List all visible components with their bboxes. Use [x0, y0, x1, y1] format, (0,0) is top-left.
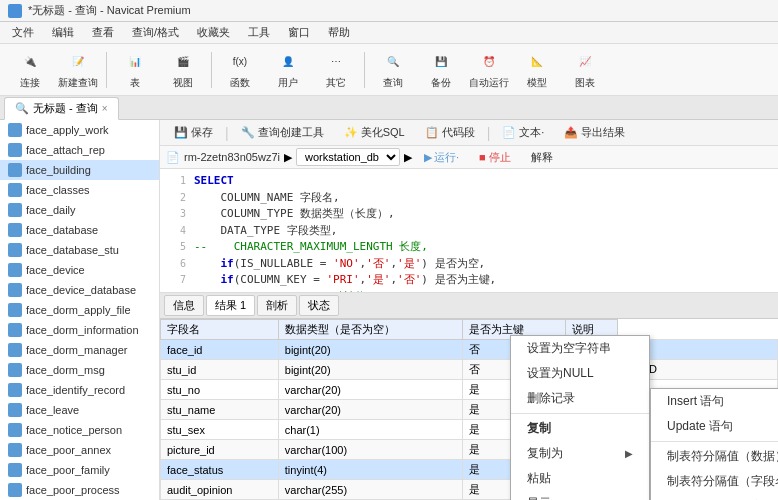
sidebar-item-face_attach_rep[interactable]: face_attach_rep [0, 140, 159, 160]
table-row[interactable]: face_idbigint(20)否是ID [161, 340, 778, 360]
toolbar-btn-chart[interactable]: 📈图表 [563, 48, 607, 92]
submenu-item-制表符分隔值（字段名和数据）[interactable]: 制表符分隔值（字段名和数据） [651, 494, 778, 500]
code-line: 1SELECT [164, 173, 774, 190]
table-icon [8, 283, 22, 297]
submenu-item-制表符分隔值（数据）[interactable]: 制表符分隔值（数据） [651, 444, 778, 469]
table-icon [8, 163, 22, 177]
sidebar-item-face_dorm_apply_file[interactable]: face_dorm_apply_file [0, 300, 159, 320]
sidebar-item-face_apply_work[interactable]: face_apply_work [0, 120, 159, 140]
menu-item-查询/格式[interactable]: 查询/格式 [124, 23, 187, 42]
submenu-item-Update-语句[interactable]: Update 语句 [651, 414, 778, 439]
table-icon [8, 443, 22, 457]
toolbar-btn-other[interactable]: ⋯其它 [314, 48, 358, 92]
func-icon: f(x) [228, 50, 252, 74]
context-menu-item-删除记录[interactable]: 删除记录 [511, 386, 649, 411]
tab-label: 无标题 - 查询 [33, 101, 98, 116]
context-menu-item-复制[interactable]: 复制 [511, 416, 649, 441]
code-snippet-button[interactable]: 📋 代码段 [417, 123, 483, 142]
toolbar-btn-table[interactable]: 📊表 [113, 48, 157, 92]
results-tab-信息[interactable]: 信息 [164, 295, 204, 316]
text-button[interactable]: 📄 文本· [494, 123, 552, 142]
sidebar-item-face_identify_record[interactable]: face_identify_record [0, 380, 159, 400]
table-icon [8, 143, 22, 157]
newquery-icon: 📝 [66, 50, 90, 74]
context-menu-item-粘贴[interactable]: 粘贴 [511, 466, 649, 491]
model-icon: 📐 [525, 50, 549, 74]
toolbar-btn-auto[interactable]: ⏰自动运行 [467, 48, 511, 92]
sidebar-item-face_dorm_msg[interactable]: face_dorm_msg [0, 360, 159, 380]
chart-icon: 📈 [573, 50, 597, 74]
menu-bar: // Will be populated from data 文件编辑查看查询/… [0, 22, 778, 44]
results-tab-状态[interactable]: 状态 [299, 295, 339, 316]
toolbar-btn-new-query[interactable]: 📝新建查询 [56, 48, 100, 92]
table-icon [8, 423, 22, 437]
table-icon [8, 463, 22, 477]
menu-item-查看[interactable]: 查看 [84, 23, 122, 42]
toolbar-btn-func[interactable]: f(x)函数 [218, 48, 262, 92]
code-editor[interactable]: 1SELECT2 COLUMN_NAME 字段名,3 COLUMN_TYPE 数… [160, 169, 778, 292]
submenu-separator [651, 441, 778, 442]
toolbar-btn-backup[interactable]: 💾备份 [419, 48, 463, 92]
toolbar-btn-video[interactable]: 🎬视图 [161, 48, 205, 92]
toolbar-btn-user[interactable]: 👤用户 [266, 48, 310, 92]
table-icon [8, 223, 22, 237]
table-row[interactable]: stu_idbigint(20)否否学生ID [161, 360, 778, 380]
results-tab-剖析[interactable]: 剖析 [257, 295, 297, 316]
toolbar-separator [106, 52, 107, 88]
sidebar-item-face_notice_person[interactable]: face_notice_person [0, 420, 159, 440]
menu-item-窗口[interactable]: 窗口 [280, 23, 318, 42]
run-button[interactable]: ▶ 运行· [416, 149, 467, 166]
code-line: 2 COLUMN_NAME 字段名, [164, 190, 774, 207]
sidebar-item-face_building[interactable]: face_building [0, 160, 159, 180]
context-menu-item-设置为空字符串[interactable]: 设置为空字符串 [511, 336, 649, 361]
context-menu-item-设置为NULL[interactable]: 设置为NULL [511, 361, 649, 386]
sidebar-item-face_dorm_information[interactable]: face_dorm_information [0, 320, 159, 340]
sidebar-item-face_daily[interactable]: face_daily [0, 200, 159, 220]
menu-item-文件[interactable]: 文件 [4, 23, 42, 42]
toolbar-btn-model[interactable]: 📐模型 [515, 48, 559, 92]
context-menu-item-显示[interactable]: 显示▶ [511, 491, 649, 500]
table-icon [8, 323, 22, 337]
context-menu-separator [511, 413, 649, 414]
backup-icon: 💾 [429, 50, 453, 74]
toolbar-btn-query[interactable]: 🔍查询 [371, 48, 415, 92]
beautify-button[interactable]: ✨ 美化SQL [336, 123, 413, 142]
title-text: *无标题 - 查询 - Navicat Premium [28, 3, 191, 18]
query-info-bar: 📄 rm-2zetn83n05wz7i ▶ workstation_db ▶ ▶… [160, 146, 778, 169]
sidebar-item-face_database_stu[interactable]: face_database_stu [0, 240, 159, 260]
sidebar-item-face_device_database[interactable]: face_device_database [0, 280, 159, 300]
sidebar-item-face_poor_annex[interactable]: face_poor_annex [0, 440, 159, 460]
query-builder-button[interactable]: 🔧 查询创建工具 [233, 123, 332, 142]
sidebar-item-face_poor_process[interactable]: face_poor_process [0, 480, 159, 500]
sidebar-item-face_device[interactable]: face_device [0, 260, 159, 280]
toolbar-btn-connect[interactable]: 🔌连接 [8, 48, 52, 92]
menu-item-工具[interactable]: 工具 [240, 23, 278, 42]
menu-item-收藏夹[interactable]: 收藏夹 [189, 23, 238, 42]
table-icon [8, 123, 22, 137]
export-button[interactable]: 📤 导出结果 [556, 123, 633, 142]
video-icon: 🎬 [171, 50, 195, 74]
explain-button[interactable]: 解释 [523, 149, 561, 166]
submenu-item-制表符分隔值（字段名）[interactable]: 制表符分隔值（字段名） [651, 469, 778, 494]
table-header: 字段名数据类型（是否为空）是否为主键说明 [161, 320, 778, 340]
sidebar-item-face_leave[interactable]: face_leave [0, 400, 159, 420]
db-selector[interactable]: workstation_db [296, 148, 400, 166]
tab-bar: 🔍 无标题 - 查询 × [0, 96, 778, 120]
tab-close[interactable]: × [102, 103, 108, 114]
sidebar-item-face_database[interactable]: face_database [0, 220, 159, 240]
submenu-item-Insert-语句[interactable]: Insert 语句 [651, 389, 778, 414]
query-toolbar: 💾 保存 | 🔧 查询创建工具 ✨ 美化SQL 📋 代码段 | 📄 文本· [160, 120, 778, 146]
user-icon: 👤 [276, 50, 300, 74]
sidebar-item-face_poor_family[interactable]: face_poor_family [0, 460, 159, 480]
sidebar-item-face_dorm_manager[interactable]: face_dorm_manager [0, 340, 159, 360]
code-line: 3 COLUMN_TYPE 数据类型（长度）, [164, 206, 774, 223]
context-menu-item-复制为[interactable]: 复制为▶ [511, 441, 649, 466]
submenu-arrow: ▶ [625, 448, 633, 459]
results-tab-结果 1[interactable]: 结果 1 [206, 295, 255, 316]
sidebar-item-face_classes[interactable]: face_classes [0, 180, 159, 200]
save-button[interactable]: 💾 保存 [166, 123, 221, 142]
menu-item-编辑[interactable]: 编辑 [44, 23, 82, 42]
stop-button[interactable]: ■ 停止 [471, 149, 519, 166]
menu-item-帮助[interactable]: 帮助 [320, 23, 358, 42]
query-tab[interactable]: 🔍 无标题 - 查询 × [4, 97, 119, 120]
